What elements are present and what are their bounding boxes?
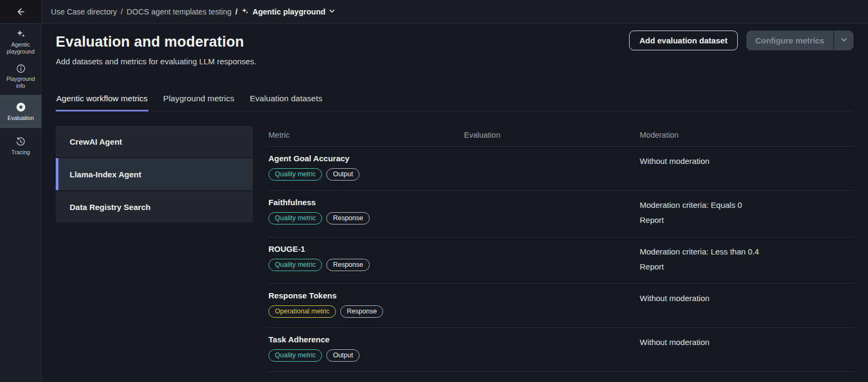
breadcrumb-bar: Use Case directory / DOCS agent template… bbox=[42, 0, 868, 24]
moderation-cell: Without moderation bbox=[640, 291, 854, 318]
sidebar-item-label: Tracing bbox=[11, 149, 30, 156]
moderation-line: Moderation criteria: Less than 0.4 bbox=[640, 244, 854, 259]
chevron-down-icon bbox=[328, 8, 335, 16]
breadcrumb-current-label: Agentic playground bbox=[252, 8, 325, 16]
moderation-line: Report bbox=[640, 259, 854, 274]
sidebar-item-agentic-playground[interactable]: Agentic playground bbox=[0, 25, 41, 58]
evaluation-cell bbox=[464, 291, 640, 318]
metric-target-badge: Output bbox=[326, 349, 360, 362]
sparkle-icon bbox=[241, 7, 249, 17]
sidebar-item-label: Agentic playground bbox=[2, 41, 40, 55]
breadcrumb-separator: / bbox=[121, 8, 123, 16]
metric-cell: Faithfulness Quality metric Response bbox=[268, 198, 464, 228]
table-row-task-adherence[interactable]: Task Adherence Quality metric Output Wit… bbox=[268, 328, 854, 372]
metric-name: ROUGE-1 bbox=[268, 244, 464, 253]
breadcrumb-separator: / bbox=[235, 8, 237, 16]
column-header-moderation: Moderation bbox=[640, 131, 854, 139]
add-evaluation-dataset-button[interactable]: Add evaluation dataset bbox=[629, 31, 737, 50]
metric-cell: ROUGE-1 Quality metric Response bbox=[268, 244, 464, 274]
agent-list: CrewAI Agent Llama-Index Agent Data Regi… bbox=[56, 126, 253, 372]
back-button[interactable] bbox=[0, 0, 41, 24]
metric-name: Faithfulness bbox=[268, 198, 464, 207]
metric-target-badge: Response bbox=[326, 212, 369, 224]
table-row-response-tokens[interactable]: Response Tokens Operational metric Respo… bbox=[268, 284, 854, 328]
table-row-rouge-1[interactable]: ROUGE-1 Quality metric Response Moderati… bbox=[268, 237, 854, 284]
moderation-cell: Moderation criteria: Equals 0 Report bbox=[640, 198, 854, 228]
metric-name: Agent Goal Accuracy bbox=[268, 154, 464, 163]
page-header: Evaluation and moderation Add datasets a… bbox=[56, 24, 854, 66]
history-icon bbox=[16, 137, 26, 147]
moderation-line: Without moderation bbox=[640, 154, 854, 169]
sidebar-item-evaluation[interactable]: Evaluation bbox=[0, 95, 41, 128]
metric-cell: Task Adherence Quality metric Output bbox=[268, 335, 464, 362]
breadcrumb-segment-use-case-directory[interactable]: Use Case directory bbox=[51, 8, 117, 16]
agent-item-llama-index[interactable]: Llama-Index Agent bbox=[56, 158, 253, 190]
tab-evaluation-datasets[interactable]: Evaluation datasets bbox=[249, 89, 323, 111]
main-content: Evaluation and moderation Add datasets a… bbox=[42, 24, 868, 382]
configure-metrics-dropdown-button[interactable] bbox=[833, 31, 854, 50]
sidebar-item-playground-info[interactable]: Playground info bbox=[0, 60, 41, 93]
sidebar-item-label: Playground info bbox=[2, 76, 40, 89]
agent-item-crewai[interactable]: CrewAI Agent bbox=[56, 126, 253, 157]
evaluation-cell bbox=[464, 244, 640, 274]
app-sidebar: Agentic playground Playground info Evalu… bbox=[0, 0, 42, 382]
sidebar-item-tracing[interactable]: Tracing bbox=[0, 130, 41, 163]
metric-target-badge: Response bbox=[340, 305, 383, 318]
column-header-metric: Metric bbox=[268, 131, 464, 139]
metric-type-badge: Quality metric bbox=[268, 212, 322, 224]
column-header-evaluation: Evaluation bbox=[464, 131, 640, 139]
moderation-line: Report bbox=[640, 213, 854, 228]
metrics-table: Metric Evaluation Moderation Agent Goal … bbox=[268, 126, 854, 372]
back-arrow-icon bbox=[16, 7, 26, 17]
evaluation-content: CrewAI Agent Llama-Index Agent Data Regi… bbox=[56, 126, 854, 372]
configure-metrics-split-button: Configure metrics bbox=[746, 31, 854, 50]
breadcrumb-current-playground-selector[interactable]: Agentic playground bbox=[241, 7, 335, 17]
metrics-table-header: Metric Evaluation Moderation bbox=[268, 126, 854, 147]
moderation-line: Without moderation bbox=[640, 335, 854, 350]
configure-metrics-button[interactable]: Configure metrics bbox=[746, 31, 833, 50]
evaluation-cell bbox=[464, 335, 640, 362]
metric-name: Response Tokens bbox=[268, 291, 464, 300]
moderation-line: Moderation criteria: Equals 0 bbox=[640, 198, 854, 213]
metrics-tabs: Agentic workflow metrics Playground metr… bbox=[56, 89, 854, 111]
evaluation-cell bbox=[464, 198, 640, 228]
moderation-cell: Without moderation bbox=[640, 154, 854, 181]
tab-agentic-workflow-metrics[interactable]: Agentic workflow metrics bbox=[56, 89, 148, 111]
chevron-down-icon bbox=[840, 36, 848, 45]
table-row-agent-goal-accuracy[interactable]: Agent Goal Accuracy Quality metric Outpu… bbox=[268, 147, 854, 191]
agent-item-data-registry-search[interactable]: Data Registry Search bbox=[56, 191, 253, 222]
table-row-faithfulness[interactable]: Faithfulness Quality metric Response Mod… bbox=[268, 191, 854, 237]
metric-cell: Response Tokens Operational metric Respo… bbox=[268, 291, 464, 318]
moderation-line: Without moderation bbox=[640, 291, 854, 306]
moderation-cell: Without moderation bbox=[640, 335, 854, 362]
metric-type-badge: Quality metric bbox=[268, 259, 322, 271]
breadcrumb-segment-use-case[interactable]: DOCS agent templates testing bbox=[126, 8, 231, 16]
moderation-cell: Moderation criteria: Less than 0.4 Repor… bbox=[640, 244, 854, 274]
metric-type-badge: Quality metric bbox=[268, 168, 322, 181]
metric-name: Task Adherence bbox=[268, 335, 464, 344]
header-actions: Add evaluation dataset Configure metrics bbox=[629, 31, 854, 50]
metric-type-badge: Quality metric bbox=[268, 349, 322, 362]
sparkles-icon bbox=[16, 28, 26, 39]
info-icon bbox=[16, 64, 26, 73]
sidebar-item-label: Evaluation bbox=[8, 115, 34, 122]
page-subtitle: Add datasets and metrics for evaluating … bbox=[56, 57, 854, 66]
metric-cell: Agent Goal Accuracy Quality metric Outpu… bbox=[268, 154, 464, 181]
metric-target-badge: Output bbox=[326, 168, 360, 181]
metric-target-badge: Response bbox=[326, 259, 369, 271]
star-circle-icon bbox=[16, 102, 26, 113]
tab-playground-metrics[interactable]: Playground metrics bbox=[163, 89, 235, 111]
evaluation-cell bbox=[464, 154, 640, 181]
metric-type-badge: Operational metric bbox=[268, 305, 336, 318]
